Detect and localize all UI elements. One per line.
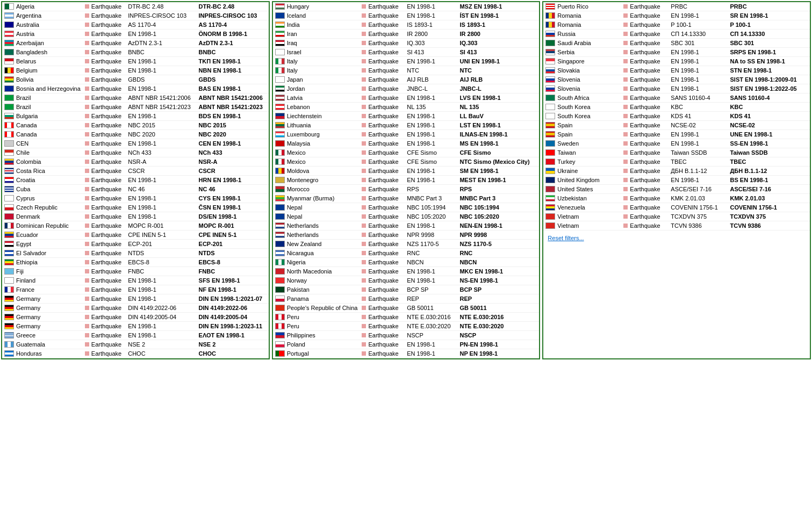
table-row[interactable]: GreeceEarthquakeEN 1998-1ΕΛΟΤ EN 1998-1 <box>2 331 269 340</box>
table-row[interactable]: LithuaniaEarthquakeEN 1998-1LST EN 1998-… <box>273 121 540 130</box>
table-row[interactable]: SwedenEarthquakeEN 1998-1SS-EN 1998-1 <box>543 139 810 148</box>
table-row[interactable]: VietnamEarthquakeTCVN 9386TCVN 9386 <box>543 221 810 230</box>
table-row[interactable]: CanadaEarthquakeNBC 2020NBC 2020 <box>2 130 269 139</box>
table-row[interactable]: BelgiumEarthquakeEN 1998-1NBN EN 1998-1 <box>2 66 269 75</box>
table-row[interactable]: North MacedoniaEarthquakeEN 1998-1MKC EN… <box>273 267 540 276</box>
table-row[interactable]: BulgariaEarthquakeEN 1998-1BDS EN 1998-1 <box>2 112 269 121</box>
table-row[interactable]: Puerto RicoEarthquakePRBCPRBC <box>543 2 810 11</box>
table-row[interactable]: GermanyEarthquakeEN 1998-1DIN EN 1998-1:… <box>2 294 269 304</box>
table-row[interactable]: EthiopiaEarthquakeEBCS-8EBCS-8 <box>2 258 269 267</box>
table-row[interactable]: GermanyEarthquakeEN 1998-1DIN EN 1998-1:… <box>2 322 269 331</box>
table-row[interactable]: NepalEarthquakeNBC 105:2020NBC 105:2020 <box>273 212 540 221</box>
table-row[interactable]: GuatemalaEarthquakeNSE 2NSE 2 <box>2 340 269 349</box>
table-row[interactable]: JapanEarthquakeAIJ RLBAIJ RLB <box>273 75 540 84</box>
table-row[interactable]: PeruEarthquakeNTE E.030:2020NTE E.030:20… <box>273 322 540 331</box>
table-row[interactable]: BrazilEarthquakeABNT NBR 15421:2023ABNT … <box>2 103 269 112</box>
table-row[interactable]: HondurasEarthquakeCHOCCHOC <box>2 349 269 358</box>
table-row[interactable]: South KoreaEarthquakeKDS 41KDS 41 <box>543 112 810 121</box>
table-row[interactable]: LiechtensteinEarthquakeEN 1998-1LL BauV <box>273 112 540 121</box>
table-row[interactable]: AlgeriaEarthquakeDTR-BC 2.48DTR-BC 2.48 <box>2 2 269 11</box>
table-row[interactable]: VietnamEarthquakeTCXDVN 375TCXDVN 375 <box>543 212 810 221</box>
table-row[interactable]: VenezuelaEarthquakeCOVENIN 1756-1COVENIN… <box>543 203 810 212</box>
table-row[interactable]: FinlandEarthquakeEN 1998-1SFS EN 1998-1 <box>2 276 269 285</box>
table-row[interactable]: GermanyEarthquakeDIN 4149:2022-06DIN 414… <box>2 304 269 313</box>
table-row[interactable]: TurkeyEarthquakeTBECTBEC <box>543 157 810 167</box>
table-row[interactable]: Saudi ArabiaEarthquakeSBC 301SBC 301 <box>543 39 810 48</box>
table-row[interactable]: United StatesEarthquakeASCE/SEI 7-16ASCE… <box>543 185 810 194</box>
table-row[interactable]: FijiEarthquakeFNBCFNBC <box>2 267 269 276</box>
table-row[interactable]: CubaEarthquakeNC 46NC 46 <box>2 185 269 194</box>
table-row[interactable]: UkraineEarthquakeДБН В.1.1-12ДБН В.1.1-1… <box>543 167 810 176</box>
table-row[interactable]: AzerbaijanEarthquakeAzDTN 2.3-1AzDTN 2.3… <box>2 39 269 48</box>
table-row[interactable]: People's Republic of ChinaEarthquakeGB 5… <box>273 304 540 313</box>
table-row[interactable]: PanamaEarthquakeREPREP <box>273 294 540 304</box>
table-row[interactable]: AustraliaEarthquakeAS 1170-4AS 1170-4 <box>2 20 269 30</box>
table-row[interactable]: SpainEarthquakeEN 1998-1UNE EN 1998-1 <box>543 130 810 139</box>
table-row[interactable]: LebanonEarthquakeNL 135NL 135 <box>273 103 540 112</box>
table-row[interactable]: SpainEarthquakeNCSE-02NCSE-02 <box>543 121 810 130</box>
table-row[interactable]: IraqEarthquakeIQ.303IQ.303 <box>273 39 540 48</box>
table-row[interactable]: NicaraguaEarthquakeRNCRNC <box>273 249 540 258</box>
table-row[interactable]: NetherlandsEarthquakeNPR 9998NPR 9998 <box>273 230 540 240</box>
table-row[interactable]: PolandEarthquakeEN 1998-1PN-EN 1998-1 <box>273 340 540 349</box>
table-row[interactable]: PakistanEarthquakeBCP SPBCP SP <box>273 285 540 294</box>
table-row[interactable]: JordanEarthquakeJNBC-LJNBC-L <box>273 84 540 93</box>
table-row[interactable]: GermanyEarthquakeDIN 4149:2005-04DIN 414… <box>2 313 269 322</box>
table-row[interactable]: El SalvadorEarthquakeNTDSNTDS <box>2 249 269 258</box>
table-row[interactable]: BangladeshEarthquakeBNBCBNBC <box>2 48 269 57</box>
table-row[interactable]: MexicoEarthquakeCFE SismoCFE Sismo <box>273 148 540 157</box>
reset-filters-link[interactable]: Reset filters... <box>545 233 586 243</box>
table-row[interactable]: RomaniaEarthquakeEN 1998-1SR EN 1998-1 <box>543 11 810 20</box>
table-row[interactable]: MoroccoEarthquakeRPSRPS <box>273 185 540 194</box>
table-row[interactable]: PortugalEarthquakeEN 1998-1NP EN 1998-1 <box>273 349 540 358</box>
table-row[interactable]: BoliviaEarthquakeGBDSGBDS <box>2 75 269 84</box>
table-row[interactable]: Costa RicaEarthquakeCSCRCSCR <box>2 167 269 176</box>
table-row[interactable]: PeruEarthquakeNTE E.030:2016NTE E.030:20… <box>273 313 540 322</box>
table-row[interactable]: NetherlandsEarthquakeEN 1998-1NEN-EN 199… <box>273 221 540 230</box>
table-row[interactable]: IcelandEarthquakeEN 1998-1ÍST EN 1998-1 <box>273 11 540 20</box>
table-row[interactable]: SingaporeEarthquakeEN 1998-1NA to SS EN … <box>543 57 810 66</box>
table-row[interactable]: IndiaEarthquakeIS 1893-1IS 1893-1 <box>273 20 540 30</box>
table-row[interactable]: NorwayEarthquakeEN 1998-1NS-EN 1998-1 <box>273 276 540 285</box>
table-row[interactable]: RomaniaEarthquakeP 100-1P 100-1 <box>543 20 810 30</box>
table-row[interactable]: EgyptEarthquakeECP-201ECP-201 <box>2 240 269 249</box>
table-row[interactable]: SerbiaEarthquakeEN 1998-1SRPS EN 1998-1 <box>543 48 810 57</box>
table-row[interactable]: EcuadorEarthquakeCPE INEN 5-1CPE INEN 5-… <box>2 230 269 240</box>
table-row[interactable]: RussiaEarthquakeСП 14.13330СП 14.13330 <box>543 30 810 39</box>
table-row[interactable]: CroatiaEarthquakeEN 1998-1HRN EN 1998-1 <box>2 176 269 185</box>
table-row[interactable]: AustriaEarthquakeEN 1998-1ÖNORM B 1998-1 <box>2 30 269 39</box>
table-row[interactable]: NigeriaEarthquakeNBCNNBCN <box>273 258 540 267</box>
table-row[interactable]: ColombiaEarthquakeNSR-ANSR-A <box>2 157 269 167</box>
table-row[interactable]: BrazilEarthquakeABNT NBR 15421:2006ABNT … <box>2 93 269 103</box>
table-row[interactable]: New ZealandEarthquakeNZS 1170-5NZS 1170-… <box>273 240 540 249</box>
table-row[interactable]: ChileEarthquakeNCh 433NCh 433 <box>2 148 269 157</box>
table-row[interactable]: ItalyEarthquakeNTCNTC <box>273 66 540 75</box>
table-row[interactable]: DenmarkEarthquakeEN 1998-1DS/EN 1998-1 <box>2 212 269 221</box>
table-row[interactable]: ArgentinaEarthquakeINPRES-CIRSOC 103INPR… <box>2 11 269 20</box>
table-row[interactable]: Bosnia and HerzegovinaEarthquakeEN 1998-… <box>2 84 269 93</box>
table-row[interactable]: MontenegroEarthquakeEN 1998-1MEST EN 199… <box>273 176 540 185</box>
table-row[interactable]: PhilippinesEarthquakeNSCPNSCP <box>273 331 540 340</box>
table-row[interactable]: MoldovaEarthquakeEN 1998-1SM EN 1998-1 <box>273 167 540 176</box>
table-row[interactable]: FranceEarthquakeEN 1998-1NF EN 1998-1 <box>2 285 269 294</box>
table-row[interactable]: CENEarthquakeEN 1998-1CEN EN 1998-1 <box>2 139 269 148</box>
table-row[interactable]: NepalEarthquakeNBC 105:1994NBC 105:1994 <box>273 203 540 212</box>
table-row[interactable]: South AfricaEarthquakeSANS 10160-4SANS 1… <box>543 93 810 103</box>
table-row[interactable]: SlovakiaEarthquakeEN 1998-1STN EN 1998-1 <box>543 66 810 75</box>
table-row[interactable]: LuxembourgEarthquakeEN 1998-1ILNAS-EN 19… <box>273 130 540 139</box>
table-row[interactable]: SloveniaEarthquakeEN 1998-1SIST EN 1998-… <box>543 75 810 84</box>
table-row[interactable]: Myanmar (Burma)EarthquakeMNBC Part 3MNBC… <box>273 194 540 203</box>
table-row[interactable]: MalaysiaEarthquakeEN 1998-1MS EN 1998-1 <box>273 139 540 148</box>
table-row[interactable]: UzbekistanEarthquakeKMK 2.01.03KMK 2.01.… <box>543 194 810 203</box>
table-row[interactable]: South KoreaEarthquakeKBCKBC <box>543 103 810 112</box>
table-row[interactable]: IranEarthquakeIR 2800IR 2800 <box>273 30 540 39</box>
table-row[interactable]: LatviaEarthquakeEN 1998-1LVS EN 1998-1 <box>273 93 540 103</box>
table-row[interactable]: United KingdomEarthquakeEN 1998-1BS EN 1… <box>543 176 810 185</box>
table-row[interactable]: Dominican RepublicEarthquakeMOPC R-001MO… <box>2 221 269 230</box>
table-row[interactable]: SloveniaEarthquakeEN 1998-1SIST EN 1998-… <box>543 84 810 93</box>
table-row[interactable]: MexicoEarthquakeCFE SismoNTC Sismo (Mexi… <box>273 157 540 167</box>
table-row[interactable]: CanadaEarthquakeNBC 2015NBC 2015 <box>2 121 269 130</box>
table-row[interactable]: BelarusEarthquakeEN 1998-1TKΠ EN 1998-1 <box>2 57 269 66</box>
table-row[interactable]: TaiwanEarthquakeTaiwan SSDBTaiwan SSDB <box>543 148 810 157</box>
table-row[interactable]: HungaryEarthquakeEN 1998-1MSZ EN 1998-1 <box>273 2 540 11</box>
